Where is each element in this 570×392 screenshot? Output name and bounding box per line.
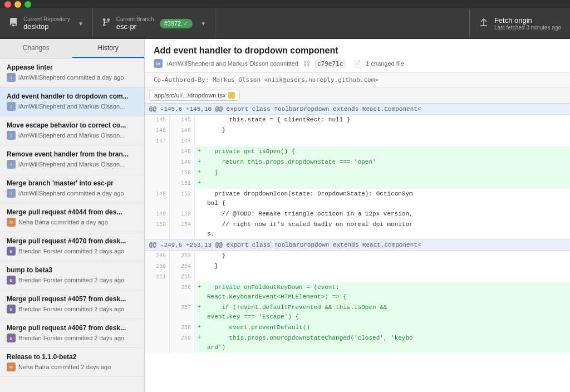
- avatar: B: [7, 247, 16, 256]
- minimize-button[interactable]: [14, 1, 21, 8]
- fetch-text: Fetch origin Last fetched 3 minutes ago: [494, 16, 561, 31]
- commit-item-meta: B Brendan Forster committed 2 days ago: [7, 334, 137, 342]
- pr-badge: #3972 ✓: [160, 19, 193, 28]
- commit-item[interactable]: Merge pull request #4044 from des... N N…: [0, 203, 144, 232]
- pr-number: #3972: [164, 20, 181, 27]
- avatar: B: [7, 334, 16, 342]
- diff-gutter: [195, 219, 204, 239]
- fetch-sub: Last fetched 3 minutes ago: [494, 24, 561, 31]
- tab-history[interactable]: History: [72, 39, 145, 58]
- diff-row: 145145 this.state = { clientRect: null }: [145, 115, 570, 125]
- diff-new-line-num: 154: [170, 219, 195, 239]
- commit-item[interactable]: Merge pull request #4070 from desk... B …: [0, 232, 144, 261]
- avatar: I: [7, 102, 16, 111]
- diff-new-line-num: 254: [170, 261, 195, 272]
- diff-new-line-num: 148: [170, 146, 195, 157]
- diff-old-line-num: [145, 168, 170, 178]
- commit-item[interactable]: Remove event handler from the bran... I …: [0, 145, 144, 174]
- diff-gutter: +: [195, 333, 204, 353]
- diff-gutter: [195, 272, 204, 282]
- commit-item-meta: I iAmWillShepherd and Markus Olsson...: [7, 160, 137, 169]
- commit-item[interactable]: Release to 1.1.0-beta2 N Neha Batra comm…: [0, 348, 144, 377]
- commit-item-meta: B Brendan Forster committed 2 days ago: [7, 305, 137, 313]
- branch-label: Current Branch: [116, 16, 154, 22]
- commit-item-meta: B Brendan Forster committed 2 days ago: [7, 276, 137, 285]
- commit-item-author: Neha Batra committed 2 days ago: [18, 364, 111, 370]
- commit-item-author: iAmWillShepherd committed a day ago: [18, 74, 124, 81]
- commit-item-author: Brendan Forster committed 2 days ago: [18, 277, 124, 283]
- commit-item[interactable]: Move escape behavior to correct co... I …: [0, 116, 144, 145]
- diff-row: 150154 // right now it's scaled badly on…: [145, 219, 570, 239]
- commit-item-author: iAmWillShepherd and Markus Olsson...: [18, 132, 125, 139]
- commit-item[interactable]: Merge pull request #4067 from desk... B …: [0, 319, 144, 348]
- commit-item[interactable]: Merge pull request #4057 from desk... B …: [0, 290, 144, 319]
- diff-row: 151+: [145, 178, 570, 189]
- diff-gutter: +: [195, 322, 204, 333]
- link-icon: ⛓: [303, 60, 310, 68]
- maximize-button[interactable]: [24, 1, 31, 8]
- diff-row: 256+ private onFoldoutKeyDown = (event: …: [145, 282, 570, 302]
- diff-code: event.preventDefault(): [204, 322, 570, 333]
- avatar: B: [7, 305, 16, 313]
- diff-gutter: +: [195, 157, 204, 168]
- commit-item[interactable]: bump to beta3 B Brendan Forster committe…: [0, 261, 144, 290]
- diff-hunk-header: @@ -249,6 +253,13 @@ export class Toolba…: [145, 239, 570, 251]
- file-path: app/src/ui/.../dropdown.tsx: [154, 92, 225, 99]
- diff-old-line-num: 146: [145, 125, 170, 136]
- diff-new-line-num: 145: [170, 115, 195, 125]
- commit-item[interactable]: Add event handler to dropdown com... I i…: [0, 87, 144, 116]
- commit-item-author: iAmWillShepherd and Markus Olsson...: [18, 103, 125, 110]
- branch-selector[interactable]: Current Branch esc-pr #3972 ✓ ▼: [93, 8, 215, 38]
- branch-chevron-icon: ▼: [200, 21, 206, 27]
- commit-item-title: Merge pull request #4057 from desk...: [7, 295, 137, 303]
- diff-code: }: [204, 251, 570, 261]
- fetch-origin-button[interactable]: Fetch origin Last fetched 3 minutes ago: [469, 8, 570, 38]
- commit-list[interactable]: Appease linter I iAmWillShepherd committ…: [0, 58, 144, 392]
- commit-item[interactable]: Merge branch 'master' into esc-pr I iAmW…: [0, 174, 144, 203]
- file-icon: 📄: [353, 60, 361, 67]
- diff-new-line-num: 253: [170, 251, 195, 261]
- file-tab[interactable]: app/src/ui/.../dropdown.tsx: [149, 90, 240, 101]
- diff-container[interactable]: @@ -145,6 +145,10 @@ export class Toolba…: [145, 104, 570, 392]
- diff-gutter: [195, 261, 204, 272]
- commit-item-author: Neha Batra committed a day ago: [18, 219, 108, 226]
- commit-item-title: bump to beta3: [7, 266, 137, 274]
- author-avatar: W: [154, 59, 163, 68]
- commit-item-author: Brendan Forster committed 2 days ago: [18, 306, 124, 312]
- diff-old-line-num: [145, 282, 170, 302]
- commit-item-title: Merge pull request #4070 from desk...: [7, 237, 137, 245]
- diff-row: 150+ }: [145, 168, 570, 178]
- commit-item-author: iAmWillShepherd and Markus Olsson...: [18, 161, 125, 168]
- diff-old-line-num: [145, 302, 170, 322]
- coauthor-line: Co-Authored-By: Markus Olsson <niik@user…: [145, 73, 570, 87]
- commit-item-title: Remove event handler from the bran...: [7, 150, 137, 158]
- diff-old-line-num: 250: [145, 261, 170, 272]
- diff-new-line-num: 152: [170, 189, 195, 209]
- diff-code: this.props.onDropdownStateChanged('close…: [204, 333, 570, 353]
- titlebar: [0, 0, 570, 8]
- commit-item-title: Move escape behavior to correct co...: [7, 121, 137, 129]
- diff-old-line-num: 147: [145, 136, 170, 146]
- diff-old-line-num: [145, 178, 170, 189]
- diff-gutter: +: [195, 302, 204, 322]
- tab-changes[interactable]: Changes: [0, 39, 72, 58]
- diff-old-line-num: [145, 333, 170, 353]
- repo-name: desktop: [23, 22, 70, 31]
- diff-row: 148+ private get isOpen() {: [145, 146, 570, 157]
- repo-selector[interactable]: Current Repository desktop ▼: [0, 8, 93, 38]
- diff-gutter: [195, 125, 204, 136]
- commit-item[interactable]: Appease linter I iAmWillShepherd committ…: [0, 58, 144, 87]
- close-button[interactable]: [4, 1, 11, 8]
- commit-item-meta: I iAmWillShepherd committed a day ago: [7, 189, 137, 198]
- repo-chevron-icon: ▼: [78, 21, 83, 27]
- commit-title: Add event handler to dropdown component: [154, 46, 561, 56]
- commit-item-title: Appease linter: [7, 63, 137, 71]
- branch-icon: [102, 18, 111, 29]
- commit-item-meta: I iAmWillShepherd committed a day ago: [7, 73, 137, 82]
- diff-code: [204, 136, 570, 146]
- commit-item-title: Merge pull request #4044 from des...: [7, 208, 137, 216]
- diff-code: }: [204, 168, 570, 178]
- diff-old-line-num: 249: [145, 251, 170, 261]
- diff-row: 147147: [145, 136, 570, 146]
- diff-code: private get isOpen() {: [204, 146, 570, 157]
